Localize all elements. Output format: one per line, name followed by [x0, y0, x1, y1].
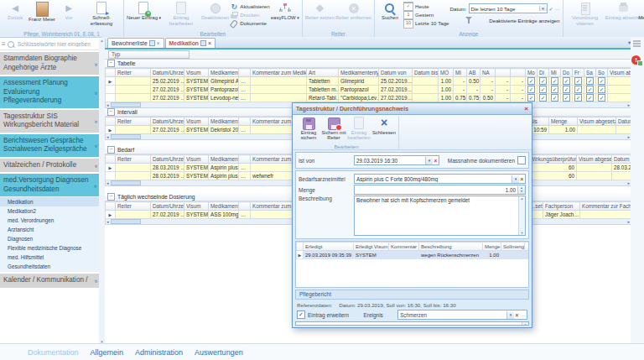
column-header[interactable]: Reiter: [116, 202, 151, 211]
column-header[interactable]: Erledigt Visum: [354, 243, 389, 251]
column-header[interactable]: Art: [307, 69, 339, 77]
ribbon-button-dokumente[interactable]: Dokumente: [230, 19, 269, 27]
column-header[interactable]: Visum: [184, 117, 209, 126]
table-row[interactable]: ▶29.03.2019 09:35:39SYSTEMwegen Rückensc…: [297, 251, 529, 259]
checkbox-checked-icon[interactable]: ✓: [586, 94, 594, 102]
column-header[interactable]: Datum bis: [413, 69, 439, 77]
column-header[interactable]: Sollmenge: [501, 243, 525, 251]
column-header[interactable]: Visum: [184, 202, 209, 211]
sidebar-item-berichtswesen[interactable]: Berichtswesen Gespräche Sozialwesen Ziel…: [0, 134, 99, 157]
column-header[interactable]: [239, 117, 251, 126]
tab-bewohnerliste[interactable]: Bewohnerliste×: [107, 38, 164, 48]
clear-icon[interactable]: ×: [433, 158, 439, 164]
dialog-titlebar[interactable]: Tagesstruktur / Durchführungsnachweis ×: [293, 103, 532, 115]
checkbox-checked-icon[interactable]: ✓: [574, 77, 582, 85]
dialog-close-icon[interactable]: ×: [524, 105, 528, 112]
column-header[interactable]: [106, 69, 116, 77]
more-icon[interactable]: …: [555, 6, 560, 11]
pflegebericht-header[interactable]: Pflegebericht: [295, 290, 529, 300]
column-header[interactable]: Medikament: [209, 155, 239, 164]
sidebar-search-input[interactable]: [16, 40, 97, 48]
column-header[interactable]: Kommentar: [389, 243, 419, 251]
column-header[interactable]: Visum: [184, 155, 209, 164]
checkbox-checked-icon[interactable]: ✓: [563, 77, 570, 85]
bottom-nav-allgemein[interactable]: Allgemein: [91, 348, 124, 357]
date-range-select[interactable]: Die letzten 10 Tage▾: [469, 3, 548, 13]
sidebar-item-gesundheitsdaten[interactable]: Gesundheitsdaten: [0, 262, 99, 271]
column-header[interactable]: Menge: [549, 117, 578, 126]
close-icon[interactable]: ×: [157, 40, 160, 46]
checkbox-checked-icon[interactable]: ✓: [539, 86, 547, 93]
checkbox-checked-icon[interactable]: ✓: [586, 77, 594, 85]
column-header[interactable]: Erledigt: [304, 243, 354, 251]
column-header[interactable]: [496, 69, 511, 77]
sidebar-item-kalender[interactable]: Kalender / Kommunikation /»: [0, 274, 99, 288]
column-header[interactable]: [239, 202, 251, 211]
column-header[interactable]: [525, 243, 529, 251]
dialog-button-eintrag-bearbeiten[interactable]: Eintrag bearbeiten: [346, 116, 371, 140]
ribbon-button-reiter-setzen[interactable]: Reiter setzen: [305, 1, 335, 21]
massnahme-checkbox[interactable]: [517, 156, 526, 164]
collapse-icon[interactable]: −: [107, 193, 115, 201]
column-header[interactable]: Visum abgesetzt: [577, 155, 612, 164]
ribbon-button-neuer-eintrag[interactable]: Neuer Eintrag: [127, 1, 161, 21]
sidebar-item-stammdaten[interactable]: Stammdaten Biographie Angehörige Ärzte»: [0, 52, 99, 75]
pin-icon[interactable]: [149, 40, 155, 46]
column-header[interactable]: Reiter: [116, 155, 151, 164]
column-header[interactable]: Datum: [612, 155, 632, 164]
textarea-scrollbar[interactable]: ▲▼: [518, 196, 525, 235]
chevron-down-icon[interactable]: ▾: [425, 157, 433, 164]
scroll-thumb[interactable]: [111, 134, 141, 139]
ribbon-button-bewohner[interactable]: Franz Meier: [29, 1, 55, 23]
column-header[interactable]: Medikamententyp: [339, 69, 379, 77]
ribbon-button-vor[interactable]: Vor: [56, 1, 81, 21]
collapse-icon[interactable]: −: [107, 60, 115, 67]
eintrag-erweitern-checkbox[interactable]: ✓: [297, 310, 305, 319]
scroll-thumb[interactable]: [111, 219, 141, 224]
column-header[interactable]: [511, 69, 526, 77]
sidebar-item-med-verordnungen[interactable]: med. Verordnungen: [0, 216, 99, 225]
column-header[interactable]: [239, 155, 251, 164]
dialog-button-schliessen[interactable]: Schliessen: [371, 116, 397, 140]
close-icon[interactable]: ×: [208, 40, 211, 46]
ist-von-picker[interactable]: 29.03.2019 16:30 ▾ ×: [354, 155, 439, 165]
pflegebericht-textarea[interactable]: ▲▼: [295, 321, 529, 326]
checkbox-checked-icon[interactable]: ✓: [527, 86, 535, 93]
column-header[interactable]: Visum abge: [608, 69, 632, 77]
dialog-button-sichern-mit-reiter[interactable]: Sichern mit Reiter: [321, 116, 346, 140]
bottom-nav-dokumentation[interactable]: Dokumentation: [28, 348, 79, 357]
scroll-thumb[interactable]: [111, 102, 141, 107]
bottom-nav-auswertungen[interactable]: Auswertungen: [195, 348, 243, 357]
checkbox-checked-icon[interactable]: ✓: [574, 94, 582, 102]
apply-icon[interactable]: ✓: [549, 6, 553, 12]
ribbon-show-deactivated[interactable]: Deaktivierte Einträge anzeigen: [450, 16, 560, 24]
clear-icon[interactable]: ×: [519, 176, 525, 182]
sidebar-item-vitalzeichen[interactable]: Vitalzeichen / Protokolle»: [0, 159, 99, 173]
menu-icon[interactable]: ≡: [2, 40, 6, 49]
sidebar-item-arztansicht[interactable]: Arztansicht: [0, 225, 99, 234]
column-header[interactable]: Mi: [549, 69, 561, 77]
ribbon-button-zurueck[interactable]: Zurück: [3, 1, 28, 21]
column-header[interactable]: Medikament: [209, 202, 239, 211]
column-header[interactable]: Di: [538, 69, 549, 77]
column-header[interactable]: Beschreibung: [419, 243, 483, 251]
beschreibung-textarea[interactable]: Bewohner hat sich mit Kopfschmerzen geme…: [354, 196, 526, 236]
column-header[interactable]: Visum: [184, 69, 209, 77]
column-header[interactable]: Datum/Uhrzeit: [151, 69, 184, 77]
column-header[interactable]: Kommentar zur Fachperso…: [580, 202, 632, 211]
checkbox-checked-icon[interactable]: ✓: [598, 77, 605, 85]
ribbon-button-verordnung-visieren[interactable]: Verordnung visieren: [566, 1, 605, 26]
chevron-down-icon[interactable]: ▾: [506, 311, 514, 319]
checkbox-checked-icon[interactable]: ✓: [539, 94, 547, 102]
sidebar-item-medikation2[interactable]: Medikation2: [0, 206, 99, 216]
panel-handle-icon[interactable]: [633, 40, 641, 42]
ribbon-button-drucken[interactable]: Drucken: [230, 11, 269, 18]
column-header[interactable]: [106, 117, 116, 126]
tab-medikation[interactable]: Medikation×: [165, 38, 216, 48]
sidebar-item-med-hilfsmittel[interactable]: med. Hilfsmittel: [0, 253, 99, 262]
column-header[interactable]: [106, 202, 116, 211]
column-header[interactable]: Datum/Uhrzeit: [151, 155, 184, 164]
chevron-down-icon[interactable]: ▾: [539, 6, 547, 11]
chevron-down-icon[interactable]: ▾: [512, 175, 519, 183]
column-header[interactable]: Visum abgesetzt: [578, 117, 616, 126]
